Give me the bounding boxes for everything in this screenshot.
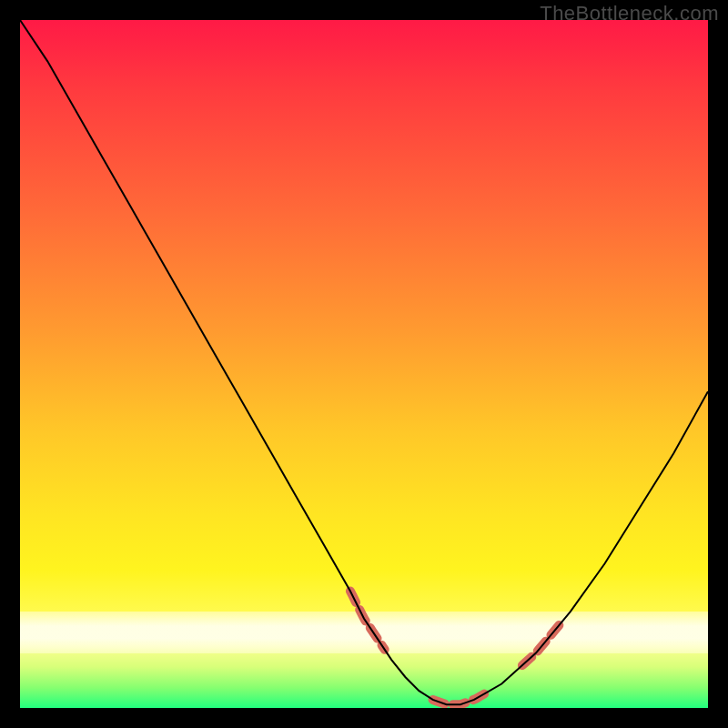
highlight-layer — [350, 591, 563, 704]
chart-svg — [20, 20, 708, 708]
curve-layer — [20, 20, 708, 704]
plot-area — [20, 20, 708, 708]
watermark-text: TheBottleneck.com — [540, 2, 719, 25]
curve-path — [20, 20, 708, 704]
chart-stage: TheBottleneck.com — [0, 0, 728, 728]
